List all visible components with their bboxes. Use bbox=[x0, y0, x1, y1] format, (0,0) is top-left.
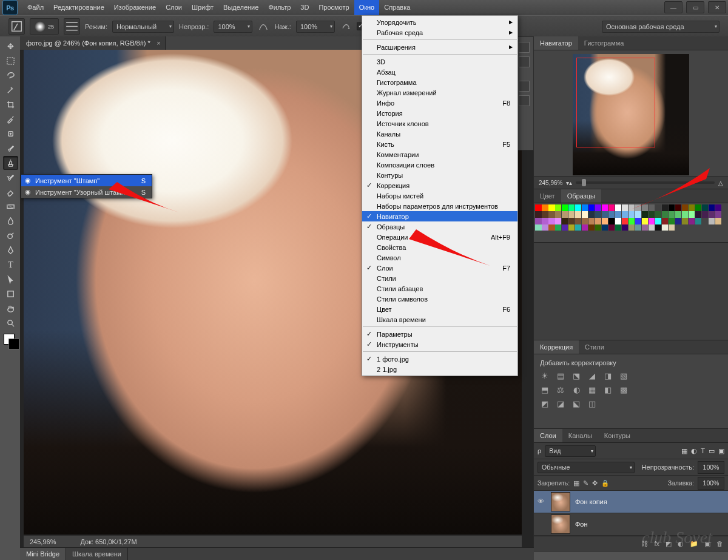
airbrush-icon[interactable] bbox=[340, 19, 352, 34]
swatch[interactable] bbox=[542, 224, 548, 231]
swatch[interactable] bbox=[655, 224, 661, 231]
filter-shape-icon[interactable]: ▭ bbox=[709, 447, 715, 455]
menu-окно[interactable]: Окно bbox=[354, 0, 380, 15]
window-maximize[interactable]: ▭ bbox=[686, 1, 704, 13]
layer-thumbnail[interactable] bbox=[551, 492, 570, 511]
tool-gradient[interactable] bbox=[3, 200, 18, 214]
menu-фильтр[interactable]: Фильтр bbox=[263, 0, 295, 15]
swatch[interactable] bbox=[689, 211, 695, 217]
menu-слои[interactable]: Слои bbox=[161, 0, 187, 15]
swatch[interactable] bbox=[542, 218, 548, 224]
swatch[interactable] bbox=[562, 224, 568, 231]
menu-item[interactable]: Наборы параметров для инструментов bbox=[362, 201, 517, 211]
menu-item[interactable]: Абзац bbox=[362, 67, 517, 77]
workspace-select[interactable]: Основная рабочая среда bbox=[602, 21, 720, 33]
layer-row[interactable]: 👁Фон копия bbox=[534, 491, 728, 513]
properties-icon[interactable] bbox=[519, 81, 530, 92]
swatch[interactable] bbox=[608, 211, 615, 217]
background-swatch[interactable] bbox=[8, 339, 19, 349]
swatch[interactable] bbox=[575, 224, 581, 231]
menu-item[interactable]: Стили bbox=[362, 273, 517, 283]
swatch[interactable] bbox=[662, 218, 668, 224]
swatch[interactable] bbox=[588, 211, 595, 217]
brush-panel-toggle[interactable] bbox=[64, 18, 80, 35]
swatch[interactable] bbox=[715, 204, 721, 211]
swatch[interactable] bbox=[535, 204, 541, 211]
swatch[interactable] bbox=[635, 204, 641, 211]
layer-opacity-input[interactable] bbox=[698, 461, 724, 474]
tab-channels[interactable]: Каналы bbox=[562, 429, 598, 442]
swatch[interactable] bbox=[535, 211, 541, 217]
swatch[interactable] bbox=[655, 211, 661, 217]
menu-item[interactable]: Композиции слоев bbox=[362, 160, 517, 170]
lock-pos-icon[interactable]: ✥ bbox=[592, 479, 598, 487]
swatch[interactable] bbox=[615, 204, 621, 211]
zoom-out-icon[interactable]: ▾▴ bbox=[566, 180, 572, 186]
swatch[interactable] bbox=[555, 218, 561, 224]
menu-шрифт[interactable]: Шрифт bbox=[187, 0, 218, 15]
window-close[interactable]: ✕ bbox=[708, 1, 726, 13]
swatch[interactable] bbox=[622, 224, 628, 231]
swatch[interactable] bbox=[622, 218, 628, 224]
navigator-thumbnail[interactable] bbox=[573, 54, 689, 175]
tab-navigator[interactable]: Навигатор bbox=[534, 36, 578, 50]
tool-shape[interactable] bbox=[3, 287, 18, 301]
tab-swatches[interactable]: Образцы bbox=[561, 189, 601, 203]
menu-item[interactable]: Комментарии bbox=[362, 149, 517, 160]
swatch[interactable] bbox=[702, 211, 708, 217]
tab-styles[interactable]: Стили bbox=[579, 340, 610, 354]
swatch[interactable] bbox=[709, 204, 715, 211]
menu-файл[interactable]: Файл bbox=[22, 0, 49, 15]
tool-marquee[interactable] bbox=[3, 54, 18, 68]
tab-adjustments[interactable]: Коррекция bbox=[534, 340, 579, 354]
swatch[interactable] bbox=[582, 218, 588, 224]
swatch[interactable] bbox=[695, 218, 701, 224]
menu-item[interactable]: Рабочая среда bbox=[362, 27, 517, 38]
swatch[interactable] bbox=[675, 211, 681, 217]
navigator-zoom[interactable]: 245,96% bbox=[539, 180, 562, 186]
filter-type-icon[interactable]: T bbox=[701, 447, 705, 454]
pressure-opacity-icon[interactable] bbox=[257, 19, 269, 34]
menu-item[interactable]: Расширения bbox=[362, 42, 517, 52]
tab-layers[interactable]: Слои bbox=[534, 429, 562, 442]
swatch[interactable] bbox=[562, 204, 568, 211]
swatch[interactable] bbox=[555, 211, 561, 217]
menu-item[interactable]: Стили символов bbox=[362, 294, 517, 304]
menu-item[interactable]: Упорядочить bbox=[362, 17, 517, 27]
menu-item[interactable]: Контуры bbox=[362, 170, 517, 180]
swatch[interactable] bbox=[588, 204, 595, 211]
filter-smart-icon[interactable]: ▣ bbox=[718, 447, 724, 455]
swatch[interactable] bbox=[669, 204, 675, 211]
swatch[interactable] bbox=[608, 204, 615, 211]
swatch[interactable] bbox=[635, 224, 641, 231]
menu-item[interactable]: ✓1 фото.jpg bbox=[362, 354, 517, 364]
swatch[interactable] bbox=[669, 211, 675, 217]
swatch[interactable] bbox=[709, 218, 715, 224]
swatch[interactable] bbox=[608, 218, 615, 224]
menu-item[interactable]: Гистограмма bbox=[362, 77, 517, 87]
swatch[interactable] bbox=[575, 218, 581, 224]
menu-item[interactable]: ✓Навигатор bbox=[362, 211, 517, 221]
swatch[interactable] bbox=[582, 211, 588, 217]
tab-mini-bridge[interactable]: Mini Bridge bbox=[20, 548, 66, 560]
filter-pixels-icon[interactable]: ▦ bbox=[681, 447, 687, 455]
tool-dodge[interactable] bbox=[3, 229, 18, 243]
swatch[interactable] bbox=[669, 224, 675, 231]
color-swatches[interactable] bbox=[0, 334, 20, 353]
menu-item[interactable]: ЦветF6 bbox=[362, 304, 517, 314]
swatch[interactable] bbox=[642, 211, 648, 217]
layer-name[interactable]: Фон копия bbox=[575, 498, 607, 505]
swatch[interactable] bbox=[595, 204, 601, 211]
swatch[interactable] bbox=[682, 211, 688, 217]
delete-layer-icon[interactable]: 🗑 bbox=[716, 540, 723, 547]
layer-fill-input[interactable] bbox=[698, 477, 724, 490]
swatch[interactable] bbox=[595, 224, 601, 231]
swatch[interactable] bbox=[649, 224, 655, 231]
menu-редактирование[interactable]: Редактирование bbox=[49, 0, 109, 15]
flyout-item[interactable]: ◉Инструмент "Штамп"S bbox=[21, 175, 152, 186]
swatch[interactable] bbox=[622, 211, 628, 217]
tool-eyedropper[interactable] bbox=[3, 112, 18, 126]
swatch[interactable] bbox=[562, 218, 568, 224]
swatch[interactable] bbox=[548, 211, 554, 217]
swatch[interactable] bbox=[535, 218, 541, 224]
